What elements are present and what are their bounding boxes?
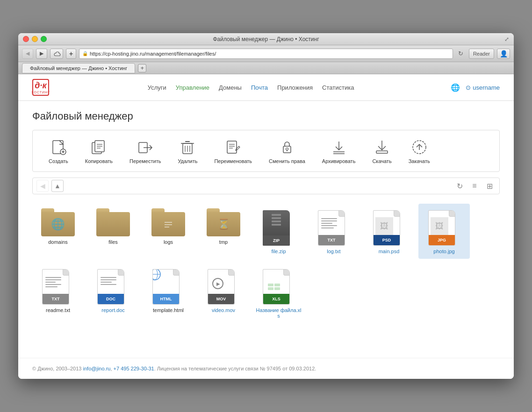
chmod-icon xyxy=(278,138,296,156)
footer-phone[interactable]: +7 495 229-30-31 xyxy=(114,366,154,371)
tool-rename[interactable]: Переименовать xyxy=(206,135,260,167)
fm-nav-bar: ◀ ▲ ↻ ≡ ⊞ xyxy=(32,178,500,194)
filename-photojpg: photo.jpg xyxy=(433,249,454,254)
back-button[interactable]: ◀ xyxy=(22,49,33,59)
tool-download-label: Скачать xyxy=(372,158,391,164)
xls-icon-xlsfile: XLS xyxy=(263,267,295,305)
file-item-filezip[interactable]: ZIP file.zip xyxy=(253,204,304,259)
file-item-readmetxt[interactable]: TXT readme.txt xyxy=(32,263,84,323)
tab-bar: Файловый менеджер — Джино • Хостинг + xyxy=(18,62,514,74)
nav-management[interactable]: Управление xyxy=(176,84,209,91)
fm-content: Файловый менеджер Создать xyxy=(18,101,514,358)
refresh-button[interactable]: ↻ xyxy=(453,180,466,192)
logo-subtext: ХОСТИНГ xyxy=(31,91,50,94)
profile-button[interactable]: 👤 xyxy=(497,49,510,59)
file-item-photojpg[interactable]: 🖼 JPG photo.jpg xyxy=(418,204,470,259)
logo-icon: д·к ХОСТИНГ xyxy=(32,79,49,96)
tool-create-label: Создать xyxy=(49,158,68,164)
file-item-domains[interactable]: 🌐 domains xyxy=(32,204,84,259)
file-item-mainpsd[interactable]: 🖼 PSD main.psd xyxy=(363,204,415,259)
tool-chmod[interactable]: Сменить права xyxy=(260,135,314,167)
file-item-xlsfile[interactable]: XLS Название файла.xls xyxy=(253,263,304,323)
list-view-button[interactable]: ≡ xyxy=(468,180,481,192)
grid-view-button[interactable]: ⊞ xyxy=(483,180,496,192)
language-icon[interactable]: 🌐 xyxy=(451,83,460,92)
file-item-reportdoc[interactable]: DOC report.doc xyxy=(87,263,139,323)
filename-tmp: tmp xyxy=(219,239,228,245)
rename-icon xyxy=(224,138,243,156)
nav-domains[interactable]: Домены xyxy=(219,84,242,91)
tool-delete-label: Удалить xyxy=(178,158,197,164)
fm-toolbar: Создать Копировать xyxy=(32,130,500,172)
nav-up-button[interactable]: ▲ xyxy=(51,180,64,192)
tool-copy[interactable]: Копировать xyxy=(77,135,121,167)
file-item-logs[interactable]: logs xyxy=(143,204,194,259)
logo[interactable]: д·к ХОСТИНГ xyxy=(32,79,51,96)
tool-move[interactable]: Переместить xyxy=(121,135,169,167)
jpg-icon-photojpg: 🖼 JPG xyxy=(428,208,460,246)
expand-icon[interactable]: ⤢ xyxy=(504,36,509,43)
nav-back-button[interactable]: ◀ xyxy=(36,180,49,192)
download-icon xyxy=(373,138,391,156)
folder-icon-logs xyxy=(151,208,185,236)
filename-logtxt: log.txt xyxy=(327,249,340,254)
page-title: Файловый менеджер xyxy=(32,110,500,122)
file-item-files[interactable]: files xyxy=(87,204,139,259)
file-item-videomov[interactable]: ▶ MOV video.mov xyxy=(198,263,249,323)
forward-button[interactable]: ▶ xyxy=(36,49,47,59)
nav-left: ◀ ▲ xyxy=(36,180,64,192)
tool-delete[interactable]: Удалить xyxy=(169,135,206,167)
window-controls xyxy=(23,36,47,42)
copy-icon xyxy=(89,138,108,156)
window-title: Файловый менеджер — Джино • Хостинг xyxy=(213,36,319,43)
upload-icon xyxy=(410,138,429,156)
txt-icon-readmetxt: TXT xyxy=(42,267,74,305)
nav-services[interactable]: Услуги xyxy=(148,84,166,91)
delete-icon xyxy=(178,138,197,156)
zip-icon: ZIP xyxy=(263,208,295,246)
active-tab[interactable]: Файловый менеджер — Джино • Хостинг xyxy=(22,63,135,73)
url-bar[interactable]: 🔒 https://cp-hosting.jino.ru/management/… xyxy=(79,49,453,59)
filename-videomov: video.mov xyxy=(212,307,235,313)
main-nav: Услуги Управление Домены Почта Приложени… xyxy=(148,84,354,91)
add-tab-button[interactable]: + xyxy=(66,49,76,59)
reader-button[interactable]: Reader xyxy=(469,49,494,59)
nav-right: ↻ ≡ ⊞ xyxy=(453,180,496,192)
browser-window: Файловый менеджер — Джино • Хостинг ⤢ ◀ … xyxy=(18,33,514,379)
logo-text: д·к xyxy=(35,81,46,91)
tool-archive[interactable]: Архивировать xyxy=(314,135,364,167)
svg-rect-21 xyxy=(283,146,291,153)
footer-copyright: © Джино, 2003–2013 xyxy=(32,366,81,371)
html-icon-templatehtml: HTML xyxy=(152,267,184,305)
move-icon xyxy=(136,138,155,156)
minimize-button[interactable] xyxy=(32,36,38,42)
folder-icon-domains: 🌐 xyxy=(41,208,75,236)
cloud-button[interactable] xyxy=(50,49,63,59)
url-text: https://cp-hosting.jino.ru/management/fi… xyxy=(90,51,450,57)
file-item-tmp[interactable]: ⏳ tmp xyxy=(198,204,249,259)
new-tab-button[interactable]: + xyxy=(138,64,146,72)
file-item-templatehtml[interactable]: HTML template.html xyxy=(143,263,194,323)
nav-mail[interactable]: Почта xyxy=(251,84,268,91)
footer-license: Лицензия на телематические услуги связи … xyxy=(157,366,316,371)
tool-upload[interactable]: Закачать xyxy=(400,135,439,167)
nav-apps[interactable]: Приложения xyxy=(277,84,313,91)
reload-button[interactable]: ↻ xyxy=(456,49,466,59)
file-item-logtxt[interactable]: TXT log.txt xyxy=(308,204,359,259)
tool-chmod-label: Сменить права xyxy=(269,158,305,164)
filename-templatehtml: template.html xyxy=(153,307,184,313)
filename-reportdoc: report.doc xyxy=(101,307,125,313)
tool-create[interactable]: Создать xyxy=(40,135,77,167)
close-button[interactable] xyxy=(23,36,29,42)
tool-download[interactable]: Скачать xyxy=(364,135,400,167)
filename-xlsfile: Название файла.xls xyxy=(256,307,302,319)
page-content: д·к ХОСТИНГ Услуги Управление Домены Поч… xyxy=(18,74,514,379)
maximize-button[interactable] xyxy=(41,36,47,42)
footer-email[interactable]: info@jino.ru xyxy=(83,366,111,371)
user-menu[interactable]: ⊙ username xyxy=(466,84,500,91)
nav-stats[interactable]: Статистика xyxy=(322,84,354,91)
tool-copy-label: Копировать xyxy=(85,158,113,164)
browser-toolbar: ◀ ▶ + 🔒 https://cp-hosting.jino.ru/manag… xyxy=(18,45,514,62)
tool-archive-label: Архивировать xyxy=(322,158,356,164)
filename-logs: logs xyxy=(164,239,173,245)
